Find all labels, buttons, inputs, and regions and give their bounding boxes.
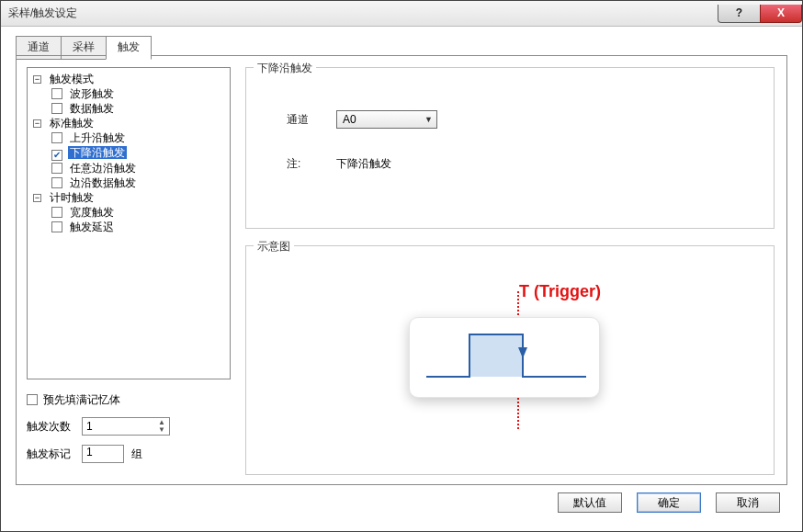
- tree-item-data-trigger[interactable]: 数据触发: [29, 101, 228, 116]
- checkbox[interactable]: [51, 103, 62, 114]
- channel-row: 通道 A0 ▼: [287, 110, 764, 129]
- prefill-row: 预先填满记忆体: [27, 392, 231, 408]
- groupbox-legend: 下降沿触发: [254, 61, 316, 76]
- trigger-mark-input[interactable]: 1: [82, 445, 124, 463]
- groupbox-legend: 示意图: [254, 239, 294, 255]
- checkbox[interactable]: [51, 163, 62, 174]
- spinner-arrows-icon[interactable]: ▲▼: [158, 419, 165, 434]
- tree-group-timed-trigger[interactable]: − 计时触发: [29, 190, 228, 205]
- checkbox[interactable]: [51, 88, 62, 99]
- checkbox[interactable]: [51, 221, 62, 232]
- trigger-tree[interactable]: − 触发模式 波形触发 数据触发 − 标准触发 上升: [27, 67, 231, 379]
- left-panel: − 触发模式 波形触发 数据触发 − 标准触发 上升: [27, 67, 231, 472]
- tree-group-standard-trigger[interactable]: − 标准触发: [29, 116, 228, 130]
- trigger-mark-label: 触发标记: [27, 447, 82, 462]
- trigger-count-label: 触发次数: [27, 419, 82, 435]
- groupbox-falling-edge: 下降沿触发 通道 A0 ▼ 注: 下降沿触发: [245, 67, 775, 229]
- titlebar: 采样/触发设定 ? X: [1, 1, 802, 27]
- checkbox[interactable]: [51, 150, 62, 161]
- checkbox[interactable]: [51, 177, 62, 188]
- tab-trigger[interactable]: 触发: [106, 36, 152, 60]
- chevron-down-icon: ▼: [424, 115, 433, 124]
- checkbox[interactable]: [51, 207, 62, 218]
- note-row: 注: 下降沿触发: [287, 156, 764, 172]
- checkbox[interactable]: [51, 132, 62, 143]
- prefill-label: 预先填满记忆体: [43, 393, 120, 406]
- trigger-mark-unit: 组: [131, 447, 142, 462]
- note-value: 下降沿触发: [336, 156, 391, 172]
- close-button[interactable]: X: [760, 5, 802, 23]
- collapse-icon[interactable]: −: [33, 75, 41, 84]
- prefill-checkbox[interactable]: [27, 394, 38, 405]
- help-button[interactable]: ?: [718, 5, 760, 23]
- trigger-count-spinner[interactable]: 1 ▲▼: [82, 417, 170, 436]
- svg-rect-0: [469, 334, 523, 377]
- titlebar-buttons: ? X: [718, 5, 802, 23]
- note-label: 注:: [287, 156, 336, 172]
- collapse-icon[interactable]: −: [33, 119, 41, 128]
- groupbox-diagram: 示意图 T (Trigger): [245, 245, 775, 475]
- window-title: 采样/触发设定: [1, 6, 718, 21]
- tree-item-rising-edge[interactable]: 上升沿触发: [29, 130, 228, 145]
- tree-item-width-trigger[interactable]: 宽度触发: [29, 205, 228, 220]
- trigger-mark-row: 触发标记 1 组: [27, 445, 231, 463]
- tree-item-edge-data[interactable]: 边沿数据触发: [29, 175, 228, 190]
- diagram: T (Trigger): [400, 291, 620, 429]
- falling-edge-waveform-icon: [410, 318, 601, 399]
- right-panel: 下降沿触发 通道 A0 ▼ 注: 下降沿触发 示意图 T (Trigger): [245, 67, 775, 472]
- tree-item-any-edge[interactable]: 任意边沿触发: [29, 161, 228, 175]
- tree-item-falling-edge[interactable]: 下降沿触发: [29, 145, 228, 161]
- client-area: 通道 采样 触发 − 触发模式 波形触发 数据触发: [10, 30, 793, 522]
- tree-group-trigger-mode[interactable]: − 触发模式: [29, 72, 228, 86]
- tree-item-waveform-trigger[interactable]: 波形触发: [29, 86, 228, 101]
- button-bar: 默认值 确定 取消: [558, 492, 780, 513]
- trigger-text-label: T (Trigger): [519, 282, 601, 301]
- dialog-window: 采样/触发设定 ? X 通道 采样 触发 − 触发模式 波形触发: [0, 0, 803, 532]
- waveform-card: [409, 317, 600, 398]
- trigger-count-row: 触发次数 1 ▲▼: [27, 417, 231, 436]
- channel-combobox[interactable]: A0 ▼: [336, 110, 437, 129]
- collapse-icon[interactable]: −: [33, 194, 41, 202]
- ok-button[interactable]: 确定: [637, 492, 701, 513]
- default-button[interactable]: 默认值: [558, 492, 622, 513]
- tree-item-trigger-delay[interactable]: 触发延迟: [29, 220, 228, 234]
- cancel-button[interactable]: 取消: [716, 492, 780, 513]
- channel-label: 通道: [287, 112, 336, 128]
